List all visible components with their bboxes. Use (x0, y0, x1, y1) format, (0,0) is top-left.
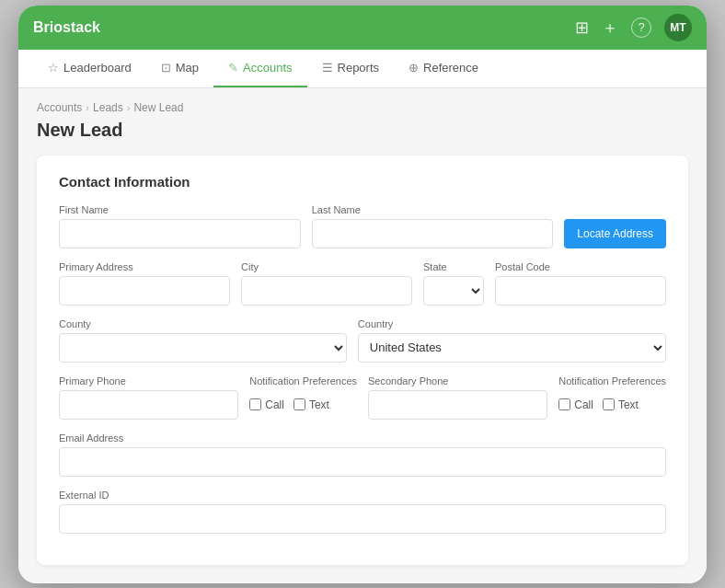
secondary-call-label: Call (574, 398, 593, 411)
nav-tabs: ☆ Leaderboard ⊡ Map ✎ Accounts ☰ Reports… (18, 50, 707, 88)
primary-text-checkbox-item: Text (293, 398, 329, 411)
postal-code-label: Postal Code (495, 261, 666, 272)
primary-text-label: Text (309, 398, 329, 411)
top-bar: Briostack ⊞ ＋ ? MT (18, 6, 707, 50)
postal-code-input[interactable] (495, 276, 666, 306)
primary-call-checkbox[interactable] (249, 398, 261, 410)
email-group: Email Address (59, 432, 666, 477)
last-name-label: Last Name (312, 204, 554, 215)
primary-checkboxes: Call Text (249, 390, 357, 420)
form-row-email: Email Address (59, 432, 666, 477)
country-group: Country United States (358, 318, 666, 363)
tab-accounts-label: Accounts (243, 61, 292, 75)
tab-reports[interactable]: ☰ Reports (307, 50, 395, 87)
tab-map-label: Map (176, 61, 199, 75)
external-id-group: External ID (59, 490, 666, 534)
leaderboard-icon: ☆ (48, 61, 59, 75)
form-row-name: First Name Last Name Locate Address (59, 204, 666, 248)
first-name-label: First Name (59, 204, 301, 215)
tab-reports-label: Reports (338, 61, 380, 75)
map-icon: ⊡ (161, 61, 171, 75)
form-row-county-country: County Country United States (59, 318, 666, 363)
secondary-call-checkbox[interactable] (558, 398, 570, 410)
state-select[interactable] (423, 276, 484, 306)
first-name-input[interactable] (59, 219, 301, 248)
primary-call-checkbox-item: Call (249, 398, 284, 411)
secondary-phone-group: Secondary Phone (368, 375, 547, 420)
primary-address-input[interactable] (59, 276, 230, 306)
primary-notification-label: Notification Preferences (249, 375, 357, 386)
email-input[interactable] (59, 447, 666, 477)
external-id-label: External ID (59, 490, 666, 501)
primary-address-group: Primary Address (59, 261, 230, 306)
tab-map[interactable]: ⊡ Map (146, 50, 213, 87)
country-label: Country (358, 318, 666, 329)
secondary-text-checkbox[interactable] (603, 398, 615, 410)
plus-icon[interactable]: ＋ (602, 17, 618, 39)
external-id-input[interactable] (59, 504, 666, 534)
device-frame: Briostack ⊞ ＋ ? MT ☆ Leaderboard ⊡ Map ✎… (18, 6, 707, 583)
country-select[interactable]: United States (358, 333, 666, 363)
main-content: Accounts › Leads › New Lead New Lead Con… (18, 88, 707, 583)
breadcrumb-leads[interactable]: Leads (93, 101, 123, 114)
breadcrumb-sep-2: › (127, 102, 131, 113)
first-name-group: First Name (59, 204, 301, 248)
reference-icon: ⊕ (409, 61, 419, 75)
form-card: Contact Information First Name Last Name… (37, 156, 688, 565)
city-input[interactable] (241, 276, 412, 306)
form-row-address: Primary Address City State Postal Code (59, 261, 666, 306)
form-row-external-id: External ID (59, 490, 666, 534)
tab-reference[interactable]: ⊕ Reference (394, 50, 493, 87)
primary-notification-group: Notification Preferences Call Text (249, 375, 357, 420)
secondary-call-checkbox-item: Call (558, 398, 593, 411)
page-title: New Lead (37, 120, 688, 141)
county-select[interactable] (59, 333, 347, 363)
city-group: City (241, 261, 412, 306)
help-icon[interactable]: ? (631, 17, 651, 38)
primary-phone-label: Primary Phone (59, 375, 238, 386)
city-label: City (241, 261, 412, 272)
secondary-phone-input[interactable] (368, 390, 547, 420)
form-row-phones: Primary Phone Notification Preferences C… (59, 375, 666, 420)
secondary-notification-group: Notification Preferences Call Text (558, 375, 666, 420)
tab-accounts[interactable]: ✎ Accounts (213, 50, 306, 87)
county-group: County (59, 318, 347, 363)
top-bar-icons: ⊞ ＋ ? MT (575, 14, 692, 41)
breadcrumb-current: New Lead (133, 101, 183, 114)
last-name-input[interactable] (312, 219, 554, 248)
postal-code-group: Postal Code (495, 261, 666, 306)
tab-leaderboard-label: Leaderboard (63, 61, 132, 75)
primary-phone-input[interactable] (59, 390, 238, 420)
primary-address-label: Primary Address (59, 261, 230, 272)
last-name-group: Last Name (312, 204, 554, 248)
reports-icon: ☰ (322, 61, 333, 75)
user-avatar[interactable]: MT (664, 14, 692, 41)
email-label: Email Address (59, 432, 666, 444)
tab-reference-label: Reference (423, 61, 478, 75)
grid-icon[interactable]: ⊞ (575, 17, 589, 38)
primary-call-label: Call (265, 398, 284, 411)
section-title: Contact Information (59, 174, 666, 190)
secondary-text-label: Text (618, 398, 639, 411)
secondary-text-checkbox-item: Text (603, 398, 639, 411)
locate-address-button[interactable]: Locate Address (564, 219, 666, 248)
primary-text-checkbox[interactable] (293, 398, 305, 410)
secondary-phone-label: Secondary Phone (368, 375, 547, 386)
secondary-checkboxes: Call Text (558, 390, 666, 420)
breadcrumb-accounts[interactable]: Accounts (37, 101, 82, 114)
tab-leaderboard[interactable]: ☆ Leaderboard (33, 50, 146, 87)
secondary-notification-label: Notification Preferences (558, 375, 666, 386)
primary-phone-group: Primary Phone (59, 375, 238, 420)
county-label: County (59, 318, 347, 329)
accounts-icon: ✎ (228, 61, 238, 75)
breadcrumb-sep-1: › (86, 102, 89, 113)
state-label: State (423, 261, 484, 272)
app-title: Briostack (33, 19, 564, 36)
breadcrumb: Accounts › Leads › New Lead (37, 101, 688, 114)
state-group: State (423, 261, 484, 306)
